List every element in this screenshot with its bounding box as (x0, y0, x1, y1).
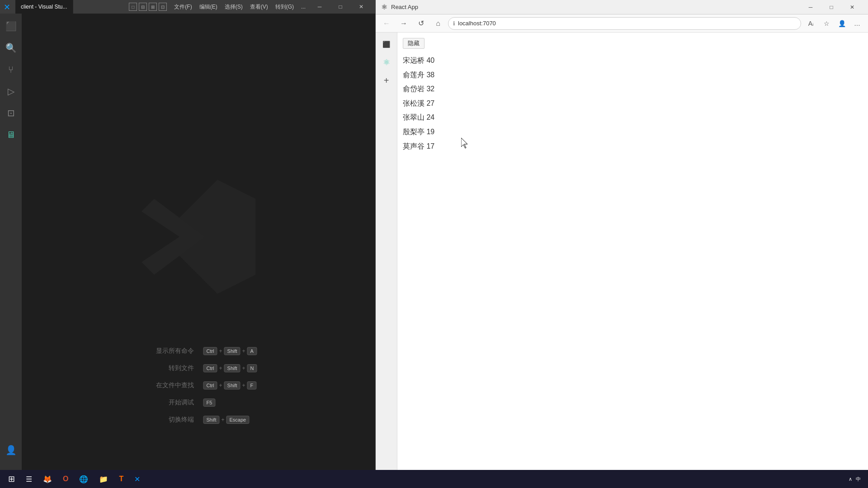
browser-close-button[interactable]: ✕ (842, 0, 863, 14)
more-button[interactable]: … (850, 16, 864, 31)
add-icon: + (384, 75, 389, 86)
menu-edit[interactable]: 编辑(E) (196, 0, 221, 14)
vscode-tab-active[interactable]: client - Visual Stu... (15, 0, 73, 14)
vscode-minimize-button[interactable]: ─ (309, 0, 330, 14)
browser-minimize-button[interactable]: ─ (800, 0, 821, 14)
activity-account[interactable]: 👤 (0, 439, 22, 461)
refresh-button[interactable]: ↺ (414, 16, 428, 31)
activity-run[interactable]: ▷ (0, 80, 22, 102)
key-a: A (247, 347, 257, 355)
hide-button[interactable]: 隐藏 (403, 38, 425, 49)
task-view-button[interactable]: ☰ (21, 471, 37, 487)
list-item-0: 宋远桥 40 (403, 53, 863, 68)
shortcut-row-4: 切换终端 Shift + Escape (140, 416, 257, 424)
read-mode-button[interactable]: Aᵢ (804, 16, 818, 31)
firefox-taskbar-button[interactable]: 🦊 (38, 471, 57, 487)
browser-tab-title: React App (391, 4, 797, 10)
key-f: F (247, 381, 257, 389)
browser-window-controls: ─ □ ✕ (800, 0, 863, 14)
key-shift-1: Shift (224, 364, 241, 372)
search-icon: 🔍 (5, 42, 17, 53)
text-editor-taskbar-button[interactable]: T (114, 471, 128, 487)
shortcut-row-0: 显示所有命令 Ctrl + Shift + A (140, 347, 257, 355)
browser-sidebar-add[interactable]: + (378, 72, 395, 89)
explorer-taskbar-button[interactable]: 📁 (94, 471, 113, 487)
list-item-3: 张松溪 27 (403, 96, 863, 111)
taskbar-right: ∧ 中 (849, 476, 864, 483)
menu-goto[interactable]: 转到(G) (272, 0, 297, 14)
shortcut-label-0: 显示所有命令 (140, 347, 194, 355)
account-icon: 👤 (5, 445, 17, 455)
key-n: N (247, 364, 257, 372)
shortcut-keys-3: F5 (203, 399, 215, 407)
vscode-taskbar-button[interactable]: ✕ (130, 471, 145, 487)
url-text: localhost:7070 (458, 20, 496, 27)
browser-maximize-button[interactable]: □ (821, 0, 842, 14)
vscode-close-button[interactable]: ✕ (351, 0, 372, 14)
browser-titlebar: ⚛ React App ─ □ ✕ (376, 0, 868, 14)
key-f5: F5 (203, 399, 215, 407)
layout-btn-3[interactable]: ⊞ (149, 3, 157, 11)
list-item-1: 俞莲舟 38 (403, 68, 863, 82)
vscode-tab-label: client - Visual Stu... (21, 4, 67, 10)
home-button[interactable]: ⌂ (431, 16, 445, 31)
profile-button[interactable]: 👤 (835, 16, 849, 31)
browser-content-area: ⬛ ⚛ + 隐藏 宋远桥 40 俞莲舟 38 俞岱岩 32 张松溪 27 张翠山… (376, 33, 868, 488)
tab-layout-buttons: □ ⊟ ⊞ ⊡ (129, 3, 167, 11)
start-button[interactable]: ⊞ (4, 471, 19, 487)
browser-sidebar-react[interactable]: ⚛ (378, 54, 395, 70)
name-list: 宋远桥 40 俞莲舟 38 俞岱岩 32 张松溪 27 张翠山 24 殷梨亭 1… (403, 53, 863, 153)
vscode-menu: 文件(F) 编辑(E) 选择(S) 查看(V) 转到(G) ... (170, 0, 309, 14)
menu-file[interactable]: 文件(F) (170, 0, 195, 14)
key-ctrl-1: Ctrl (203, 364, 217, 372)
key-escape: Escape (226, 416, 249, 424)
vscode-logo (135, 174, 262, 300)
editor-area: 显示所有命令 Ctrl + Shift + A 转到文件 (22, 14, 375, 488)
browser-window: ⚛ React App ─ □ ✕ ← → ↺ ⌂ ℹ localhost:70… (375, 0, 868, 488)
shortcut-keys-4: Shift + Escape (203, 416, 249, 424)
activity-explorer[interactable]: ⬛ (0, 15, 22, 37)
office-taskbar-button[interactable]: O (58, 471, 73, 487)
react-app-content: 隐藏 宋远桥 40 俞莲舟 38 俞岱岩 32 张松溪 27 张翠山 24 殷梨… (397, 33, 868, 488)
office-icon: O (63, 475, 68, 483)
key-shift-3: Shift (203, 416, 219, 424)
info-icon: ℹ (453, 20, 455, 27)
vscode-maximize-button[interactable]: □ (330, 0, 351, 14)
browser-sidebar-tabs[interactable]: ⬛ (378, 36, 395, 52)
react-icon: ⚛ (383, 57, 390, 67)
list-item-5: 殷梨亭 19 (403, 125, 863, 139)
activity-remote[interactable]: 🖥 (0, 124, 22, 145)
list-item-6: 莫声谷 17 (403, 139, 863, 154)
key-shift-2: Shift (224, 381, 241, 389)
taskbar: ⊞ ☰ 🦊 O 🌐 📁 T ✕ ∧ 中 (0, 470, 868, 488)
shortcut-label-2: 在文件中查找 (140, 381, 194, 389)
shortcut-keys-2: Ctrl + Shift + F (203, 381, 256, 389)
show-hidden-icon[interactable]: ∧ (849, 476, 852, 482)
menu-more[interactable]: ... (297, 0, 309, 14)
favorites-button[interactable]: ☆ (819, 16, 834, 31)
vscode-body: ⬛ 🔍 ⑂ ▷ ⊡ 🖥 👤 (0, 14, 375, 488)
shortcut-row-3: 开始调试 F5 (140, 399, 257, 407)
layout-btn-2[interactable]: ⊟ (139, 3, 147, 11)
activity-search[interactable]: 🔍 (0, 37, 22, 59)
back-button[interactable]: ← (379, 16, 394, 31)
activity-bar: ⬛ 🔍 ⑂ ▷ ⊡ 🖥 👤 (0, 14, 22, 488)
text-editor-icon: T (119, 475, 123, 483)
remote-icon: 🖥 (6, 130, 15, 140)
menu-view[interactable]: 查看(V) (246, 0, 272, 14)
welcome-screen: 显示所有命令 Ctrl + Shift + A 转到文件 (22, 14, 375, 478)
key-ctrl-2: Ctrl (203, 381, 217, 389)
layout-btn-1[interactable]: □ (129, 3, 137, 11)
vscode-window-controls: ─ □ ✕ (309, 0, 372, 14)
shortcut-label-1: 转到文件 (140, 364, 194, 372)
edge-taskbar-button[interactable]: 🌐 (75, 471, 93, 487)
forward-button[interactable]: → (396, 16, 411, 31)
windows-icon: ⊞ (8, 474, 15, 484)
layout-btn-4[interactable]: ⊡ (159, 3, 167, 11)
menu-select[interactable]: 选择(S) (221, 0, 246, 14)
edge-icon: 🌐 (79, 475, 88, 483)
activity-source-control[interactable]: ⑂ (0, 59, 22, 80)
address-bar[interactable]: ℹ localhost:7070 (448, 17, 801, 30)
activity-extensions[interactable]: ⊡ (0, 102, 22, 124)
browser-sidebar: ⬛ ⚛ + (376, 33, 397, 488)
